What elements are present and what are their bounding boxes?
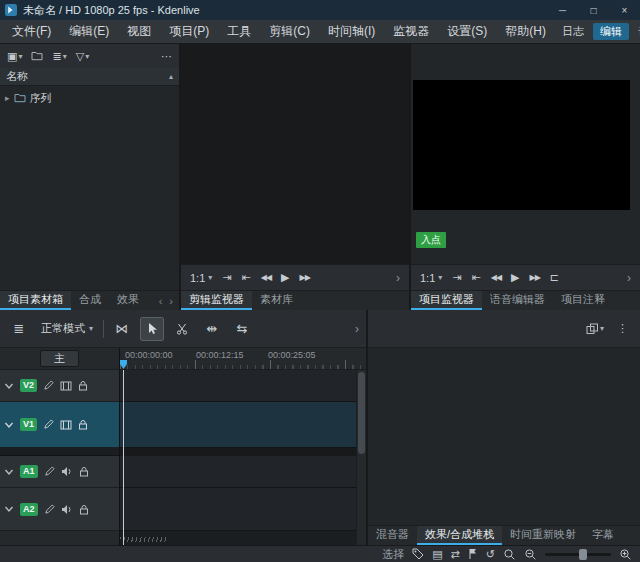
slip-tool-button[interactable]: ⇆ [230, 317, 254, 341]
tab-library[interactable]: 素材库 [252, 291, 301, 310]
menu-view[interactable]: 视图 [118, 23, 160, 40]
edit-track-name-icon[interactable] [44, 466, 55, 477]
create-folder-button[interactable] [28, 49, 46, 63]
edit-track-name-icon[interactable] [43, 380, 54, 391]
zoom-fit-button[interactable] [503, 548, 516, 561]
tab-mixer[interactable]: 混音器 [368, 526, 417, 545]
workspace-logging[interactable]: 日志 [555, 23, 591, 40]
chevron-down-icon[interactable] [4, 382, 14, 390]
panel-menu-button[interactable]: ⋮ [614, 320, 631, 337]
video-thumbnails-icon[interactable] [60, 420, 72, 430]
tab-clip-monitor[interactable]: 剪辑监视器 [181, 291, 252, 310]
tab-effects[interactable]: 效果 [109, 291, 147, 310]
rewind-button[interactable]: ◀◀ [491, 273, 501, 282]
track-lane-v2[interactable] [120, 370, 356, 402]
set-zone-out-button[interactable]: ⇤ [472, 271, 481, 284]
track-badge[interactable]: V1 [20, 418, 37, 431]
edit-mode-select[interactable]: 正常模式 ▾ [37, 319, 97, 338]
tab-project-notes[interactable]: 项目注释 [553, 291, 613, 310]
rewind-button[interactable]: ◀◀ [261, 273, 271, 282]
timeline-zoom-slider[interactable] [545, 553, 611, 556]
chevron-down-icon[interactable] [4, 505, 14, 513]
trim-button[interactable]: ⊏ [550, 271, 559, 284]
menu-help[interactable]: 帮助(H) [496, 23, 555, 40]
track-header-v2[interactable]: V2 [0, 370, 119, 402]
tab-speech-editor[interactable]: 语音编辑器 [482, 291, 553, 310]
menu-settings[interactable]: 设置(S) [438, 23, 496, 40]
timeline-tracks-menu-button[interactable]: ≣ [7, 317, 31, 341]
lock-icon[interactable] [78, 380, 88, 391]
thumbnails-toggle-button[interactable]: ▤ [432, 548, 442, 561]
menu-timeline[interactable]: 时间轴(I) [319, 23, 384, 40]
chevron-left-icon[interactable]: ‹ [159, 295, 163, 307]
workspace-editing[interactable]: 编辑 [593, 23, 629, 40]
expander-icon[interactable]: ▸ [5, 93, 10, 103]
chevron-right-icon[interactable]: › [169, 295, 173, 307]
project-zoom-select[interactable]: 1:1 ▾ [420, 272, 442, 284]
maximize-button[interactable]: □ [578, 0, 609, 20]
speaker-icon[interactable] [61, 466, 73, 477]
select-tool-button[interactable] [140, 317, 164, 341]
lock-icon[interactable] [79, 466, 89, 477]
speaker-icon[interactable] [61, 504, 73, 515]
workspace-audio[interactable]: 音频 [631, 23, 640, 40]
zoom-slider-handle[interactable] [579, 549, 587, 560]
edit-track-name-icon[interactable] [44, 504, 55, 515]
bin-item-sequences[interactable]: ▸ 序列 [0, 89, 179, 107]
tab-time-remap[interactable]: 时间重新映射 [502, 526, 584, 545]
master-button[interactable]: 主 [40, 350, 79, 367]
zoom-out-button[interactable] [524, 548, 537, 561]
monitor-overflow-button[interactable]: › [627, 271, 631, 285]
add-clip-button[interactable]: ▣ ▾ [4, 48, 25, 65]
playhead-line[interactable] [123, 370, 124, 545]
track-badge[interactable]: A1 [20, 465, 38, 478]
menu-clip[interactable]: 剪辑(C) [260, 23, 319, 40]
play-button[interactable]: ▶ [281, 271, 289, 284]
zoom-in-button[interactable] [619, 548, 632, 561]
video-thumbnails-icon[interactable] [60, 381, 72, 391]
lock-icon[interactable] [79, 504, 89, 515]
menu-file[interactable]: 文件(F) [3, 23, 60, 40]
scrollbar-thumb[interactable] [358, 372, 365, 454]
track-header-a1[interactable]: A1 [0, 456, 119, 488]
audio-thumbnails-toggle-button[interactable]: ⇄ [451, 548, 460, 561]
bin-tree[interactable]: ▸ 序列 [0, 86, 179, 290]
view-mode-button[interactable]: ≣ ▾ [49, 48, 69, 65]
track-header-a2[interactable]: A2 [0, 488, 119, 531]
collapse-icon[interactable]: ▴ [169, 72, 173, 81]
tab-project-monitor[interactable]: 项目监视器 [411, 291, 482, 310]
tab-subtitles[interactable]: 字幕 [584, 526, 622, 545]
track-lane-a1[interactable] [120, 456, 356, 488]
loop-toggle-button[interactable]: ↺ [486, 548, 495, 561]
monitor-overflow-button[interactable]: › [396, 271, 400, 285]
timeline-ruler[interactable]: 00:00:00:00 00:00:12:15 00:00:25:05 [120, 348, 366, 369]
edit-track-name-icon[interactable] [43, 419, 54, 430]
menu-project[interactable]: 项目(P) [160, 23, 218, 40]
timeline-tracks-area[interactable] [120, 370, 356, 545]
mix-clips-button[interactable]: ⋈ [110, 317, 134, 341]
toolbar-overflow-button[interactable]: › [355, 322, 359, 336]
chevron-down-icon[interactable] [4, 468, 14, 476]
clip-zoom-select[interactable]: 1:1 ▾ [190, 272, 212, 284]
forward-button[interactable]: ▶▶ [300, 273, 310, 282]
snap-toggle-button[interactable] [468, 548, 478, 560]
set-zone-in-button[interactable]: ⇥ [222, 271, 231, 284]
tab-compositions[interactable]: 合成 [71, 291, 109, 310]
bin-overflow-button[interactable]: ⋯ [158, 48, 175, 65]
forward-button[interactable]: ▶▶ [530, 273, 540, 282]
minimize-button[interactable]: ─ [547, 0, 578, 20]
track-badge[interactable]: A2 [20, 503, 38, 516]
markers-toggle-button[interactable] [412, 548, 424, 560]
menu-monitor[interactable]: 监视器 [384, 23, 438, 40]
set-zone-in-button[interactable]: ⇥ [452, 271, 461, 284]
track-lane-v1[interactable] [120, 402, 356, 448]
set-zone-out-button[interactable]: ⇤ [242, 271, 251, 284]
play-button[interactable]: ▶ [511, 271, 519, 284]
close-button[interactable]: × [609, 0, 640, 20]
menu-tool[interactable]: 工具 [218, 23, 260, 40]
timeline-vertical-scrollbar[interactable] [356, 370, 366, 545]
tab-effect-stack[interactable]: 效果/合成堆栈 [417, 526, 502, 545]
filter-button[interactable]: ▽ ▾ [73, 48, 92, 65]
bin-name-column-header[interactable]: 名称 ▴ [0, 68, 179, 86]
tab-project-bin[interactable]: 项目素材箱 [0, 291, 71, 310]
